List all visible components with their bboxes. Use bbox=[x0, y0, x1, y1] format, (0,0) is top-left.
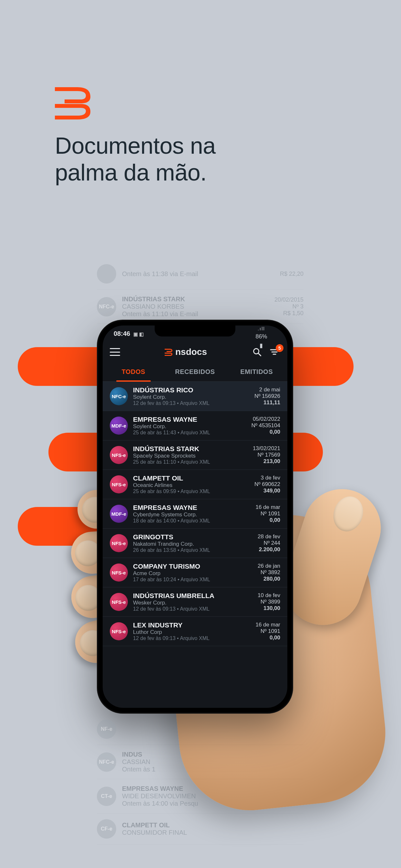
doc-info: EMPRESAS WAYNE Soylent Corp. 25 de abr à… bbox=[133, 415, 246, 436]
doc-number: Nº 17569 bbox=[258, 452, 280, 458]
menu-button[interactable] bbox=[110, 348, 120, 356]
doc-company: LEX INDUSTRY bbox=[133, 621, 250, 629]
doc-subtitle: Nakatomi Tranding Corp. bbox=[133, 541, 252, 547]
document-row[interactable]: MDF-e EMPRESAS WAYNE Soylent Corp. 25 de… bbox=[103, 411, 287, 440]
doc-type-badge: NFS-e bbox=[110, 446, 128, 464]
doc-figures: 2 de mai Nº 156926 111,11 bbox=[254, 386, 280, 406]
bg-row-badge: NFC-e bbox=[97, 752, 116, 772]
brand-text: nsdocs bbox=[175, 347, 207, 357]
bg-rows-upper: Ontem às 11:38 via E-mail R$ 22,20 NFC-e… bbox=[97, 258, 304, 324]
doc-subtitle: Cyberdyne Systems Corp. bbox=[133, 512, 250, 518]
doc-company: INDÚSTRIAS RICO bbox=[133, 386, 249, 394]
bg-row-badge: CT-e bbox=[97, 786, 116, 806]
status-time: 08:46 ▣ ◧ bbox=[114, 330, 144, 337]
tab-recebidos[interactable]: RECEBIDOS bbox=[164, 362, 226, 381]
doc-info: INDÚSTRIAS RICO Soylent Corp. 12 de fev … bbox=[133, 386, 249, 406]
doc-type-badge: NFS-e bbox=[110, 475, 128, 493]
doc-figures: 10 de fev Nº 3899 130,00 bbox=[258, 592, 280, 612]
doc-date: 28 de fev bbox=[258, 533, 280, 540]
bg-row: Ontem às 11:38 via E-mail R$ 22,20 bbox=[97, 258, 304, 290]
doc-number: Nº 3892 bbox=[260, 569, 280, 576]
document-row[interactable]: NFS-e CLAMPETT OIL Oceanic Airlines 25 d… bbox=[103, 470, 287, 499]
doc-type-badge: NFS-e bbox=[110, 593, 128, 611]
bg-row: NFC-e INDÚSTRIAS STARK CASSIANO KORBES O… bbox=[97, 290, 304, 324]
bg-row-right: 20/02/2015 Nº 3 R$ 1,50 bbox=[274, 297, 304, 317]
doc-info: INDÚSTRIAS STARK Spacely Space Sprockets… bbox=[133, 445, 248, 465]
bg-row: NF-e bbox=[97, 714, 304, 745]
document-row[interactable]: NFS-e INDÚSTRIAS STARK Spacely Space Spr… bbox=[103, 440, 287, 470]
doc-company: INDÚSTRIAS STARK bbox=[133, 445, 248, 453]
doc-subtitle: Wesker Corp. bbox=[133, 600, 252, 606]
bg-row-center: Ontem às 11:38 via E-mail bbox=[122, 270, 274, 278]
document-row[interactable]: NFS-e INDÚSTRIAS UMBRELLA Wesker Corp. 1… bbox=[103, 587, 287, 617]
doc-subtitle: Soylent Corp. bbox=[133, 423, 246, 430]
doc-type-badge: NFS-e bbox=[110, 563, 128, 582]
doc-date: 05/02/2022 bbox=[253, 416, 280, 423]
document-row[interactable]: MDF-e EMPRESAS WAYNE Cyberdyne Systems C… bbox=[103, 499, 287, 529]
doc-value: 0,00 bbox=[270, 429, 280, 435]
hero: Documentos na palma da mão. bbox=[55, 87, 216, 186]
doc-info: GRINGOTTS Nakatomi Tranding Corp. 26 de … bbox=[133, 533, 252, 553]
doc-company: INDÚSTRIAS UMBRELLA bbox=[133, 592, 252, 600]
phone-notch bbox=[155, 326, 235, 337]
doc-figures: 26 de jan Nº 3892 280,00 bbox=[258, 563, 280, 582]
tabs: TODOSRECEBIDOSEMITIDOS bbox=[103, 362, 287, 382]
doc-type-badge: MDF-e bbox=[110, 416, 128, 435]
search-button[interactable] bbox=[251, 346, 263, 358]
doc-meta: 25 de abr às 11:10 • Arquivo XML bbox=[133, 459, 248, 465]
doc-number: Nº 3899 bbox=[260, 599, 280, 605]
doc-type-badge: NFS-e bbox=[110, 534, 128, 552]
doc-type-badge: NFS-e bbox=[110, 622, 128, 640]
app-brand: nsdocs bbox=[126, 347, 245, 357]
search-icon bbox=[252, 347, 261, 356]
doc-date: 10 de fev bbox=[258, 592, 280, 599]
doc-figures: 3 de fev Nº 690622 349,00 bbox=[254, 475, 280, 494]
bg-row: CF-e CLAMPETT OIL CONSUMIDOR FINAL bbox=[97, 813, 304, 845]
doc-meta: 25 de abr às 11:43 • Arquivo XML bbox=[133, 430, 246, 436]
brand-logo bbox=[55, 87, 90, 120]
hero-title: Documentos na palma da mão. bbox=[55, 132, 216, 186]
doc-company: EMPRESAS WAYNE bbox=[133, 504, 250, 512]
document-row[interactable]: NFS-e GRINGOTTS Nakatomi Tranding Corp. … bbox=[103, 529, 287, 558]
doc-date: 16 de mar bbox=[255, 504, 280, 510]
doc-date: 3 de fev bbox=[261, 475, 281, 481]
doc-value: 130,00 bbox=[264, 605, 280, 612]
doc-value: 349,00 bbox=[264, 488, 280, 494]
bg-row: NFC-e INDUS CASSIAN Ontem às 1 bbox=[97, 745, 304, 779]
doc-company: GRINGOTTS bbox=[133, 533, 252, 541]
doc-number: Nº 690622 bbox=[254, 481, 280, 488]
document-row[interactable]: NFS-e LEX INDUSTRY Luthor Corp 12 de fev… bbox=[103, 617, 287, 646]
doc-number: Nº 4535104 bbox=[251, 423, 280, 429]
phone-screen: 08:46 ▣ ◧ Vo)) LTE↑↓ .ıll 86% ▮ nsdocs bbox=[103, 326, 287, 708]
doc-figures: 16 de mar Nº 1091 0,00 bbox=[255, 504, 280, 523]
doc-value: 0,00 bbox=[270, 634, 280, 641]
doc-value: 213,00 bbox=[264, 458, 280, 465]
doc-date: 13/02/2021 bbox=[253, 445, 280, 452]
doc-figures: 13/02/2021 Nº 17569 213,00 bbox=[253, 445, 280, 465]
document-row[interactable]: NFS-e COMPANY TURISMO Acme Corp 17 de ab… bbox=[103, 558, 287, 587]
tab-emitidos[interactable]: EMITIDOS bbox=[226, 362, 287, 381]
doc-company: CLAMPETT OIL bbox=[133, 474, 249, 482]
doc-date: 2 de mai bbox=[259, 386, 280, 393]
document-row[interactable]: NFC-e INDÚSTRIAS RICO Soylent Corp. 12 d… bbox=[103, 382, 287, 411]
bg-row-badge: NF-e bbox=[97, 719, 116, 739]
filter-button[interactable]: 5 bbox=[269, 346, 280, 358]
doc-info: LEX INDUSTRY Luthor Corp 12 de fev às 09… bbox=[133, 621, 250, 641]
doc-number: Nº 156926 bbox=[254, 393, 280, 399]
doc-figures: 28 de fev Nº 244 2.200,00 bbox=[258, 533, 280, 553]
doc-figures: 16 de mar Nº 1091 0,00 bbox=[255, 622, 280, 641]
doc-subtitle: Spacely Space Sprockets bbox=[133, 453, 248, 459]
doc-meta: 26 de abr às 13:58 • Arquivo XML bbox=[133, 547, 252, 553]
doc-date: 26 de jan bbox=[258, 563, 280, 569]
doc-info: INDÚSTRIAS UMBRELLA Wesker Corp. 12 de f… bbox=[133, 592, 252, 612]
phone-device: 08:46 ▣ ◧ Vo)) LTE↑↓ .ıll 86% ▮ nsdocs bbox=[97, 320, 293, 714]
bg-row-center: CLAMPETT OIL CONSUMIDOR FINAL bbox=[122, 822, 298, 836]
doc-subtitle: Oceanic Airlines bbox=[133, 482, 249, 489]
doc-meta: 12 de fev às 09:13 • Arquivo XML bbox=[133, 400, 249, 406]
bg-row-center: EMPRESAS WAYNE WIDE DESENVOLVIMEN Ontem … bbox=[122, 785, 298, 807]
document-list[interactable]: NFC-e INDÚSTRIAS RICO Soylent Corp. 12 d… bbox=[103, 382, 287, 646]
status-battery: 86% bbox=[255, 333, 267, 340]
doc-value: 111,11 bbox=[264, 399, 280, 406]
tab-todos[interactable]: TODOS bbox=[103, 362, 164, 381]
bg-row-badge: CF-e bbox=[97, 819, 116, 839]
